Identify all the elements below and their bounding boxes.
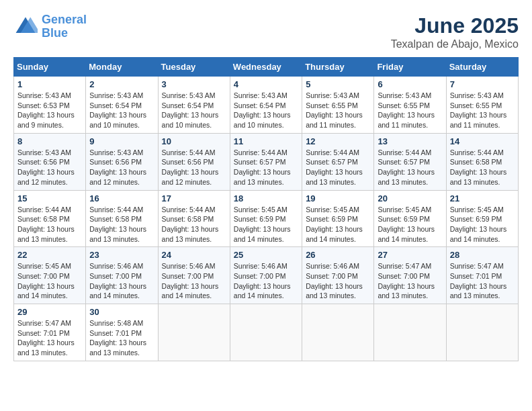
day-info: Sunrise: 5:43 AM Sunset: 6:53 PM Dayligh…	[17, 91, 82, 130]
calendar-cell: 14Sunrise: 5:44 AM Sunset: 6:58 PM Dayli…	[446, 133, 518, 190]
calendar-cell: 18Sunrise: 5:45 AM Sunset: 6:59 PM Dayli…	[230, 190, 302, 247]
calendar-cell: 30Sunrise: 5:48 AM Sunset: 7:01 PM Dayli…	[86, 304, 158, 361]
calendar-title: June 2025	[391, 13, 519, 38]
calendar-cell: 2Sunrise: 5:43 AM Sunset: 6:54 PM Daylig…	[86, 77, 158, 134]
header-wednesday: Wednesday	[230, 58, 302, 77]
day-number: 1	[17, 79, 82, 89]
day-number: 13	[378, 136, 442, 146]
calendar-cell: 1Sunrise: 5:43 AM Sunset: 6:53 PM Daylig…	[14, 77, 86, 134]
calendar-cell	[446, 304, 518, 361]
title-area: June 2025 Texalpan de Abajo, Mexico	[391, 13, 519, 50]
day-number: 29	[17, 307, 82, 317]
day-info: Sunrise: 5:46 AM Sunset: 7:00 PM Dayligh…	[234, 261, 298, 301]
day-info: Sunrise: 5:44 AM Sunset: 6:56 PM Dayligh…	[162, 148, 226, 187]
day-number: 15	[17, 193, 82, 203]
calendar-cell	[374, 304, 446, 361]
calendar-cell: 21Sunrise: 5:45 AM Sunset: 6:59 PM Dayli…	[446, 190, 518, 247]
calendar-body: 1Sunrise: 5:43 AM Sunset: 6:53 PM Daylig…	[14, 77, 519, 361]
calendar-week-1: 1Sunrise: 5:43 AM Sunset: 6:53 PM Daylig…	[14, 77, 519, 134]
day-info: Sunrise: 5:45 AM Sunset: 6:59 PM Dayligh…	[306, 205, 370, 244]
header-friday: Friday	[374, 58, 446, 77]
day-info: Sunrise: 5:43 AM Sunset: 6:56 PM Dayligh…	[89, 148, 154, 187]
day-info: Sunrise: 5:45 AM Sunset: 7:00 PM Dayligh…	[17, 261, 82, 301]
header-monday: Monday	[86, 58, 158, 77]
day-number: 16	[89, 193, 154, 203]
calendar-subtitle: Texalpan de Abajo, Mexico	[391, 38, 519, 50]
calendar-week-2: 8Sunrise: 5:43 AM Sunset: 6:56 PM Daylig…	[14, 133, 519, 190]
calendar-cell: 25Sunrise: 5:46 AM Sunset: 7:00 PM Dayli…	[230, 247, 302, 304]
calendar-cell: 16Sunrise: 5:44 AM Sunset: 6:58 PM Dayli…	[86, 190, 158, 247]
calendar-header: Sunday Monday Tuesday Wednesday Thursday…	[14, 58, 519, 77]
calendar-cell: 15Sunrise: 5:44 AM Sunset: 6:58 PM Dayli…	[14, 190, 86, 247]
day-info: Sunrise: 5:43 AM Sunset: 6:55 PM Dayligh…	[450, 91, 515, 130]
calendar-cell: 29Sunrise: 5:47 AM Sunset: 7:01 PM Dayli…	[14, 304, 86, 361]
calendar-cell: 19Sunrise: 5:45 AM Sunset: 6:59 PM Dayli…	[302, 190, 374, 247]
day-info: Sunrise: 5:43 AM Sunset: 6:54 PM Dayligh…	[234, 91, 298, 130]
calendar-cell: 22Sunrise: 5:45 AM Sunset: 7:00 PM Dayli…	[14, 247, 86, 304]
calendar-cell: 6Sunrise: 5:43 AM Sunset: 6:55 PM Daylig…	[374, 77, 446, 134]
day-number: 28	[450, 250, 515, 260]
calendar-cell: 28Sunrise: 5:47 AM Sunset: 7:01 PM Dayli…	[446, 247, 518, 304]
logo-line1: General	[42, 13, 87, 26]
logo-text: General Blue	[42, 13, 87, 40]
day-number: 4	[234, 79, 298, 89]
day-number: 18	[234, 193, 298, 203]
header: General Blue June 2025 Texalpan de Abajo…	[13, 13, 519, 50]
day-number: 30	[89, 307, 154, 317]
calendar-cell: 3Sunrise: 5:43 AM Sunset: 6:54 PM Daylig…	[158, 77, 230, 134]
calendar-cell: 12Sunrise: 5:44 AM Sunset: 6:57 PM Dayli…	[302, 133, 374, 190]
day-info: Sunrise: 5:44 AM Sunset: 6:57 PM Dayligh…	[306, 148, 370, 187]
calendar-cell: 23Sunrise: 5:46 AM Sunset: 7:00 PM Dayli…	[86, 247, 158, 304]
weekday-header-row: Sunday Monday Tuesday Wednesday Thursday…	[14, 58, 519, 77]
day-number: 6	[378, 79, 442, 89]
header-sunday: Sunday	[14, 58, 86, 77]
day-number: 19	[306, 193, 370, 203]
day-info: Sunrise: 5:46 AM Sunset: 7:00 PM Dayligh…	[306, 261, 370, 301]
calendar-week-5: 29Sunrise: 5:47 AM Sunset: 7:01 PM Dayli…	[14, 304, 519, 361]
header-thursday: Thursday	[302, 58, 374, 77]
logo: General Blue	[13, 13, 87, 40]
day-info: Sunrise: 5:44 AM Sunset: 6:58 PM Dayligh…	[17, 205, 82, 244]
day-info: Sunrise: 5:44 AM Sunset: 6:57 PM Dayligh…	[234, 148, 298, 187]
day-number: 11	[234, 136, 298, 146]
calendar-cell: 26Sunrise: 5:46 AM Sunset: 7:00 PM Dayli…	[302, 247, 374, 304]
day-info: Sunrise: 5:44 AM Sunset: 6:57 PM Dayligh…	[378, 148, 442, 187]
day-number: 3	[162, 79, 226, 89]
day-number: 25	[234, 250, 298, 260]
day-number: 10	[162, 136, 226, 146]
day-info: Sunrise: 5:43 AM Sunset: 6:55 PM Dayligh…	[378, 91, 442, 130]
calendar-cell: 7Sunrise: 5:43 AM Sunset: 6:55 PM Daylig…	[446, 77, 518, 134]
calendar-cell: 24Sunrise: 5:46 AM Sunset: 7:00 PM Dayli…	[158, 247, 230, 304]
logo-icon	[13, 15, 38, 39]
calendar-cell: 4Sunrise: 5:43 AM Sunset: 6:54 PM Daylig…	[230, 77, 302, 134]
day-info: Sunrise: 5:45 AM Sunset: 6:59 PM Dayligh…	[378, 205, 442, 244]
calendar-cell: 5Sunrise: 5:43 AM Sunset: 6:55 PM Daylig…	[302, 77, 374, 134]
day-number: 7	[450, 79, 515, 89]
day-number: 24	[162, 250, 226, 260]
day-number: 9	[89, 136, 154, 146]
day-info: Sunrise: 5:43 AM Sunset: 6:56 PM Dayligh…	[17, 148, 82, 187]
day-number: 20	[378, 193, 442, 203]
calendar-cell: 9Sunrise: 5:43 AM Sunset: 6:56 PM Daylig…	[86, 133, 158, 190]
day-number: 8	[17, 136, 82, 146]
day-number: 17	[162, 193, 226, 203]
day-number: 12	[306, 136, 370, 146]
logo-line2: Blue	[42, 26, 68, 40]
day-number: 5	[306, 79, 370, 89]
calendar-cell: 17Sunrise: 5:44 AM Sunset: 6:58 PM Dayli…	[158, 190, 230, 247]
day-info: Sunrise: 5:46 AM Sunset: 7:00 PM Dayligh…	[89, 261, 154, 301]
day-info: Sunrise: 5:48 AM Sunset: 7:01 PM Dayligh…	[89, 318, 154, 358]
calendar-table: Sunday Monday Tuesday Wednesday Thursday…	[13, 57, 519, 361]
day-number: 26	[306, 250, 370, 260]
calendar-cell: 10Sunrise: 5:44 AM Sunset: 6:56 PM Dayli…	[158, 133, 230, 190]
day-info: Sunrise: 5:44 AM Sunset: 6:58 PM Dayligh…	[162, 205, 226, 244]
day-number: 23	[89, 250, 154, 260]
day-info: Sunrise: 5:43 AM Sunset: 6:54 PM Dayligh…	[89, 91, 154, 130]
calendar-cell	[158, 304, 230, 361]
calendar-week-3: 15Sunrise: 5:44 AM Sunset: 6:58 PM Dayli…	[14, 190, 519, 247]
header-saturday: Saturday	[446, 58, 518, 77]
calendar-cell: 13Sunrise: 5:44 AM Sunset: 6:57 PM Dayli…	[374, 133, 446, 190]
calendar-cell: 11Sunrise: 5:44 AM Sunset: 6:57 PM Dayli…	[230, 133, 302, 190]
calendar-cell	[230, 304, 302, 361]
day-info: Sunrise: 5:44 AM Sunset: 6:58 PM Dayligh…	[89, 205, 154, 244]
